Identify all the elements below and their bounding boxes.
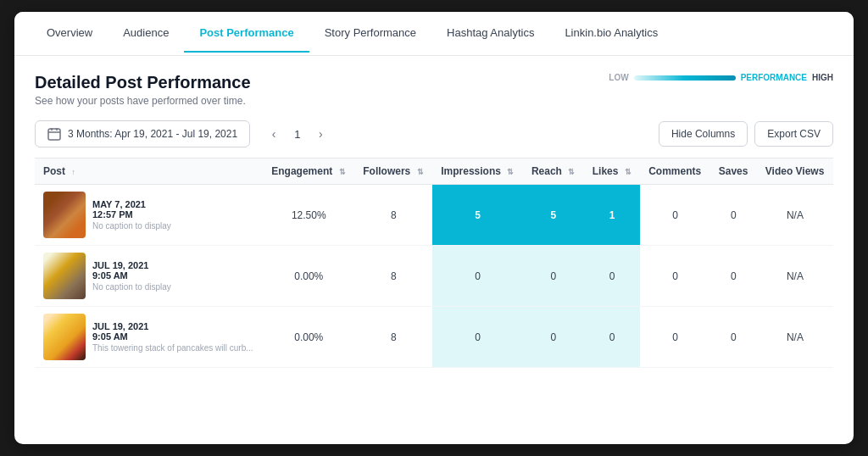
reach-sort-icon: ⇅ (568, 168, 575, 176)
toolbar-row: 3 Months: Apr 19, 2021 - Jul 19, 2021 ‹ … (35, 120, 833, 147)
post-date: MAY 7, 202112:57 PM (92, 199, 171, 220)
post-caption: This towering stack of pancakes will cur… (92, 343, 253, 353)
content-area: Detailed Post Performance See how your p… (14, 56, 854, 444)
cell-video-views: N/A (757, 185, 833, 246)
post-cell: JUL 19, 20219:05 AM No caption to displa… (35, 246, 263, 307)
cell-saves: 0 (710, 246, 757, 307)
cell-engagement: 0.00% (263, 246, 354, 307)
cell-likes: 1 (584, 185, 640, 246)
page-subtitle: See how your posts have performed over t… (35, 95, 251, 107)
table-wrapper: Post ↑ Engagement ⇅ Followers ⇅ Impres (35, 158, 833, 444)
col-saves: Saves (710, 158, 757, 185)
tab-overview[interactable]: Overview (31, 14, 108, 53)
posts-table: Post ↑ Engagement ⇅ Followers ⇅ Impres (35, 158, 833, 368)
post-caption: No caption to display (92, 221, 171, 231)
scale-performance-label: PERFORMANCE (741, 73, 807, 82)
cell-likes: 0 (584, 307, 640, 368)
followers-sort-icon: ⇅ (417, 168, 424, 176)
page-title: Detailed Post Performance (35, 73, 251, 92)
engagement-sort-icon: ⇅ (339, 168, 346, 176)
cell-saves: 0 (710, 307, 757, 368)
cell-engagement: 0.00% (263, 307, 354, 368)
post-date: JUL 19, 20219:05 AM (92, 260, 171, 281)
cell-impressions: 0 (432, 307, 523, 368)
next-page-button[interactable]: › (310, 124, 331, 144)
date-range-label: 3 Months: Apr 19, 2021 - Jul 19, 2021 (68, 128, 237, 140)
impressions-sort-icon: ⇅ (507, 168, 514, 176)
post-thumbnail (43, 314, 86, 360)
cell-saves: 0 (710, 185, 757, 246)
prev-page-button[interactable]: ‹ (264, 124, 284, 144)
cell-followers: 8 (354, 246, 432, 307)
tab-hashtag-analytics[interactable]: Hashtag Analytics (431, 14, 549, 53)
post-thumbnail (43, 253, 86, 299)
post-cell: JUL 19, 20219:05 AM This towering stack … (35, 307, 263, 368)
cell-reach: 0 (523, 246, 584, 307)
cell-comments: 0 (640, 185, 710, 246)
col-reach[interactable]: Reach ⇅ (523, 158, 584, 185)
post-cell-inner: JUL 19, 20219:05 AM No caption to displa… (43, 253, 254, 299)
calendar-icon (47, 127, 61, 141)
post-cell: MAY 7, 202112:57 PM No caption to displa… (35, 185, 263, 246)
cell-likes: 0 (584, 246, 640, 307)
cell-comments: 0 (640, 307, 710, 368)
col-video-views: Video Views (757, 158, 833, 185)
cell-reach: 5 (523, 185, 584, 246)
table-row: JUL 19, 20219:05 AM This towering stack … (35, 307, 833, 368)
cell-impressions: 5 (432, 185, 523, 246)
nav-tabs: Overview Audience Post Performance Story… (14, 12, 854, 56)
app-container: Overview Audience Post Performance Story… (14, 12, 854, 444)
col-engagement[interactable]: Engagement ⇅ (263, 158, 354, 185)
hide-columns-button[interactable]: Hide Columns (659, 121, 748, 147)
header-row: Detailed Post Performance See how your p… (35, 73, 833, 107)
col-comments: Comments (640, 158, 710, 185)
post-info: JUL 19, 20219:05 AM This towering stack … (92, 321, 253, 353)
tab-post-performance[interactable]: Post Performance (184, 14, 309, 53)
date-range-button[interactable]: 3 Months: Apr 19, 2021 - Jul 19, 2021 (35, 120, 250, 147)
post-thumbnail (43, 192, 86, 238)
post-info: MAY 7, 202112:57 PM No caption to displa… (92, 199, 171, 231)
scale-high-label: HIGH (812, 73, 833, 82)
post-info: JUL 19, 20219:05 AM No caption to displa… (92, 260, 171, 292)
pagination: ‹ 1 › (264, 124, 331, 144)
post-cell-inner: MAY 7, 202112:57 PM No caption to displa… (43, 192, 254, 238)
cell-reach: 0 (523, 307, 584, 368)
cell-followers: 8 (354, 185, 432, 246)
col-post[interactable]: Post ↑ (35, 158, 263, 185)
svg-rect-0 (48, 129, 60, 140)
scale-low-label: LOW (609, 73, 628, 82)
tab-story-performance[interactable]: Story Performance (309, 14, 431, 53)
col-likes[interactable]: Likes ⇅ (584, 158, 640, 185)
likes-sort-icon: ⇅ (625, 168, 632, 176)
col-followers[interactable]: Followers ⇅ (354, 158, 432, 185)
table-row: MAY 7, 202112:57 PM No caption to displa… (35, 185, 833, 246)
tab-linkinbio-analytics[interactable]: Linkin.bio Analytics (549, 14, 673, 53)
cell-followers: 8 (354, 307, 432, 368)
cell-impressions: 0 (432, 246, 523, 307)
col-impressions[interactable]: Impressions ⇅ (432, 158, 523, 185)
post-caption: No caption to display (92, 282, 171, 292)
table-row: JUL 19, 20219:05 AM No caption to displa… (35, 246, 833, 307)
post-cell-inner: JUL 19, 20219:05 AM This towering stack … (43, 314, 254, 360)
cell-video-views: N/A (757, 307, 833, 368)
tab-audience[interactable]: Audience (108, 14, 184, 53)
export-csv-button[interactable]: Export CSV (754, 121, 833, 147)
header-left: Detailed Post Performance See how your p… (35, 73, 251, 107)
page-number: 1 (294, 128, 300, 141)
post-sort-icon: ↑ (71, 168, 75, 176)
scale-bar (634, 75, 736, 81)
post-date: JUL 19, 20219:05 AM (92, 321, 253, 342)
cell-engagement: 12.50% (263, 185, 354, 246)
cell-video-views: N/A (757, 246, 833, 307)
toolbar-right: Hide Columns Export CSV (659, 121, 833, 147)
performance-scale: LOW PERFORMANCE HIGH (609, 73, 833, 82)
cell-comments: 0 (640, 246, 710, 307)
